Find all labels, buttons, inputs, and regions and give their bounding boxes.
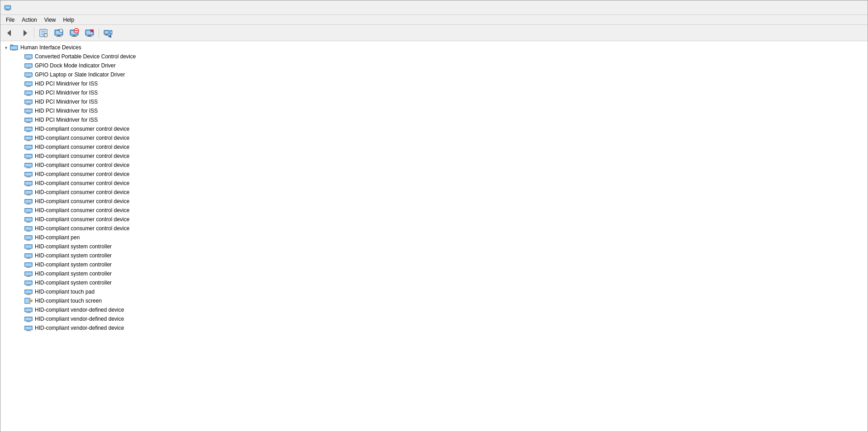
menu-view[interactable]: View bbox=[41, 16, 60, 24]
menu-help[interactable]: Help bbox=[60, 16, 78, 24]
device-icon bbox=[24, 62, 33, 69]
minimize-button[interactable] bbox=[800, 0, 821, 15]
expand-icon-hid: ▾ bbox=[2, 44, 9, 51]
svg-rect-188 bbox=[25, 317, 32, 318]
close-button[interactable] bbox=[843, 0, 864, 15]
tree-item[interactable]: GPIO Laptop or Slate Indicator Driver bbox=[0, 70, 868, 79]
svg-rect-75 bbox=[25, 109, 32, 109]
svg-rect-195 bbox=[26, 331, 31, 331]
svg-rect-55 bbox=[25, 73, 32, 73]
svg-rect-99 bbox=[25, 155, 32, 157]
device-icon bbox=[24, 288, 33, 295]
tree-root-hid[interactable]: ▾ Human Interface Devices bbox=[0, 43, 868, 52]
tree-item[interactable]: HID-compliant vendor-defined device bbox=[0, 323, 868, 332]
tree-item[interactable]: HID-compliant consumer control device bbox=[0, 206, 868, 215]
tree-item[interactable]: HID-compliant system controller bbox=[0, 242, 868, 251]
tree-item-label: HID-compliant system controller bbox=[35, 261, 112, 268]
tree-item[interactable]: GPIO Dock Mode Indicator Driver bbox=[0, 61, 868, 70]
tree-item[interactable]: HID-compliant vendor-defined device bbox=[0, 305, 868, 314]
svg-rect-160 bbox=[25, 263, 32, 263]
device-icon bbox=[24, 198, 33, 205]
svg-rect-79 bbox=[25, 119, 32, 121]
svg-rect-71 bbox=[27, 104, 30, 104]
tree-item-label: HID-compliant consumer control device bbox=[35, 126, 129, 132]
tree-item-label: HID PCI Minidriver for ISS bbox=[35, 117, 98, 123]
svg-rect-107 bbox=[26, 168, 31, 168]
device-icon bbox=[24, 324, 33, 332]
svg-rect-65 bbox=[25, 91, 32, 91]
tree-item[interactable]: HID PCI Minidriver for ISS bbox=[0, 88, 868, 97]
tree-item[interactable]: HID-compliant vendor-defined device bbox=[0, 314, 868, 323]
tree-item[interactable]: HID-compliant touch screen bbox=[0, 296, 868, 305]
tree-item[interactable]: HID-compliant system controller bbox=[0, 260, 868, 269]
menu-file[interactable]: File bbox=[2, 16, 18, 24]
tree-item[interactable]: HID PCI Minidriver for ISS bbox=[0, 97, 868, 106]
svg-rect-194 bbox=[27, 330, 30, 331]
maximize-button[interactable] bbox=[821, 0, 842, 15]
update-driver-icon: ↑ bbox=[54, 28, 64, 38]
svg-rect-121 bbox=[27, 195, 30, 195]
svg-rect-51 bbox=[27, 68, 30, 68]
properties-button[interactable]: i bbox=[36, 27, 51, 39]
update-driver-button[interactable]: ↑ bbox=[52, 27, 66, 39]
svg-rect-104 bbox=[25, 164, 32, 166]
svg-rect-111 bbox=[27, 176, 30, 177]
tree-item[interactable]: HID-compliant consumer control device bbox=[0, 224, 868, 233]
tree-item[interactable]: HID-compliant consumer control device bbox=[0, 133, 868, 142]
svg-rect-165 bbox=[25, 272, 32, 272]
svg-rect-184 bbox=[27, 312, 30, 313]
tree-item[interactable]: HID-compliant system controller bbox=[0, 269, 868, 278]
tree-item[interactable]: HID-compliant consumer control device bbox=[0, 188, 868, 197]
device-icon bbox=[24, 225, 33, 232]
scan-button[interactable] bbox=[101, 27, 115, 39]
svg-text:↑: ↑ bbox=[60, 29, 62, 33]
tree-item[interactable]: HID-compliant system controller bbox=[0, 278, 868, 287]
title-bar-left bbox=[4, 4, 14, 11]
tree-item[interactable]: HID-compliant consumer control device bbox=[0, 152, 868, 161]
svg-rect-64 bbox=[25, 91, 32, 94]
svg-rect-190 bbox=[26, 322, 31, 322]
svg-rect-130 bbox=[25, 209, 32, 209]
tree-item[interactable]: HID-compliant consumer control device bbox=[0, 179, 868, 188]
tree-item[interactable]: HID-compliant pen bbox=[0, 233, 868, 242]
forward-button[interactable] bbox=[18, 27, 32, 39]
svg-rect-57 bbox=[26, 77, 31, 78]
tree-item[interactable]: HID-compliant touch pad bbox=[0, 287, 868, 296]
tree-item[interactable]: HID-compliant consumer control device bbox=[0, 124, 868, 133]
tree-item[interactable]: HID-compliant system controller bbox=[0, 251, 868, 260]
svg-rect-150 bbox=[25, 245, 32, 245]
device-manager-window: File Action View Help i bbox=[0, 0, 868, 432]
svg-rect-126 bbox=[27, 204, 30, 204]
svg-rect-101 bbox=[27, 158, 30, 159]
tree-item[interactable]: HID-compliant consumer control device bbox=[0, 197, 868, 206]
svg-rect-145 bbox=[25, 236, 32, 236]
tree-item[interactable]: HID-compliant consumer control device bbox=[0, 170, 868, 179]
tree-item[interactable]: HID-compliant consumer control device bbox=[0, 142, 868, 152]
disable-button[interactable] bbox=[67, 27, 81, 39]
tree-item-label: HID-compliant consumer control device bbox=[35, 216, 129, 223]
svg-rect-3 bbox=[5, 10, 10, 10]
svg-rect-142 bbox=[26, 231, 31, 232]
svg-rect-106 bbox=[27, 167, 30, 168]
back-button[interactable] bbox=[2, 27, 17, 39]
svg-rect-96 bbox=[27, 149, 30, 150]
svg-rect-56 bbox=[27, 77, 30, 77]
svg-rect-146 bbox=[27, 240, 30, 240]
svg-rect-131 bbox=[27, 213, 30, 213]
tree-item[interactable]: Converted Portable Device Control device bbox=[0, 52, 868, 61]
tree-item[interactable]: HID-compliant consumer control device bbox=[0, 161, 868, 170]
device-icon bbox=[24, 125, 33, 133]
tree-item[interactable]: HID PCI Minidriver for ISS bbox=[0, 115, 868, 124]
tree-item[interactable]: HID PCI Minidriver for ISS bbox=[0, 79, 868, 88]
tree-view[interactable]: ▾ Human Interface Devices Converted Por bbox=[0, 41, 868, 432]
menu-action[interactable]: Action bbox=[18, 16, 40, 24]
uninstall-button[interactable] bbox=[82, 27, 97, 39]
svg-rect-175 bbox=[25, 290, 32, 290]
svg-point-36 bbox=[110, 31, 112, 33]
svg-rect-159 bbox=[25, 263, 32, 266]
tree-item-label: HID-compliant consumer control device bbox=[35, 180, 129, 186]
svg-rect-27 bbox=[88, 35, 91, 36]
tree-item[interactable]: HID-compliant consumer control device bbox=[0, 215, 868, 224]
scan-icon bbox=[103, 28, 113, 38]
tree-item[interactable]: HID PCI Minidriver for ISS bbox=[0, 106, 868, 115]
